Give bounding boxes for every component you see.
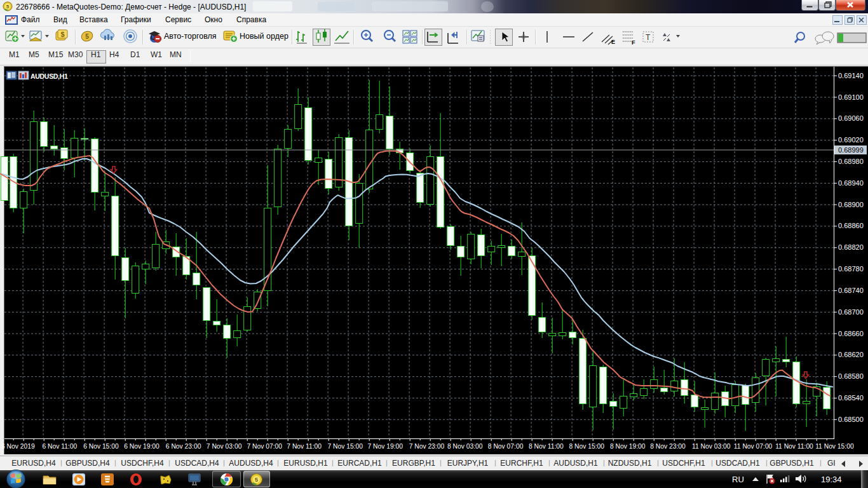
svg-text:0.68940: 0.68940 [838,179,864,187]
svg-text:T: T [646,33,651,42]
svg-text:11 Nov 07:00: 11 Nov 07:00 [734,443,773,450]
svg-text:8 Nov 11:00: 8 Nov 11:00 [529,443,564,450]
svg-text:6 Nov 2019: 6 Nov 2019 [1,443,35,450]
svg-text:11 Nov 15:00: 11 Nov 15:00 [815,443,854,450]
svg-text:7 Nov 07:00: 7 Nov 07:00 [247,443,282,450]
svg-text:0.68740: 0.68740 [838,287,864,294]
svg-text:6 Nov 19:00: 6 Nov 19:00 [124,443,159,450]
svg-text:6 Nov 11:00: 6 Nov 11:00 [42,443,77,450]
svg-text:5: 5 [6,4,10,10]
svg-text:0.69020: 0.69020 [838,136,864,144]
svg-text:AUDUSD,H1: AUDUSD,H1 [31,72,68,80]
svg-text:0.68660: 0.68660 [838,330,864,337]
svg-text:0.69060: 0.69060 [838,114,864,122]
svg-text:5: 5 [85,33,89,40]
svg-text:0.69100: 0.69100 [838,93,864,101]
svg-text:7 Nov 11:00: 7 Nov 11:00 [287,443,322,450]
svg-text:7 Nov 23:00: 7 Nov 23:00 [409,443,445,450]
svg-text:0.68700: 0.68700 [838,308,864,316]
svg-text:0.68980: 0.68980 [838,158,864,165]
svg-text:Новый ордер: Новый ордер [240,32,288,41]
svg-text:6 Nov 23:00: 6 Nov 23:00 [166,443,201,450]
svg-text:6 Nov 15:00: 6 Nov 15:00 [83,443,119,450]
svg-text:0.68500: 0.68500 [838,416,864,423]
svg-text:0.68620: 0.68620 [838,351,864,358]
svg-text:Авто-торговля: Авто-торговля [164,32,217,41]
svg-text:8 Nov 03:00: 8 Nov 03:00 [447,443,483,450]
svg-text:11 Nov 03:00: 11 Nov 03:00 [692,443,731,450]
svg-text:0.68780: 0.68780 [838,265,864,273]
svg-text:8 Nov 19:00: 8 Nov 19:00 [610,443,646,450]
svg-text:7 Nov 19:00: 7 Nov 19:00 [368,443,403,450]
svg-text:11 Nov 11:00: 11 Nov 11:00 [775,443,813,450]
svg-text:0.68860: 0.68860 [838,222,864,229]
svg-text:E: E [611,39,615,45]
svg-text:8 Nov 23:00: 8 Nov 23:00 [650,443,686,450]
svg-text:8 Nov 07:00: 8 Nov 07:00 [488,443,524,450]
svg-text:0.69140: 0.69140 [838,72,864,79]
svg-text:8 Nov 15:00: 8 Nov 15:00 [569,443,605,450]
svg-text:0.68540: 0.68540 [838,394,864,402]
svg-text:F: F [632,39,635,46]
svg-text:0.68820: 0.68820 [838,243,864,251]
svg-text:7 Nov 03:00: 7 Nov 03:00 [207,443,242,450]
svg-text:0.68900: 0.68900 [838,201,864,208]
svg-text:$: $ [60,30,64,38]
svg-text:7 Nov 15:00: 7 Nov 15:00 [328,443,363,450]
svg-text:0.68999: 0.68999 [838,146,864,154]
svg-text:0.68580: 0.68580 [838,372,864,380]
svg-text:5: 5 [255,477,258,483]
